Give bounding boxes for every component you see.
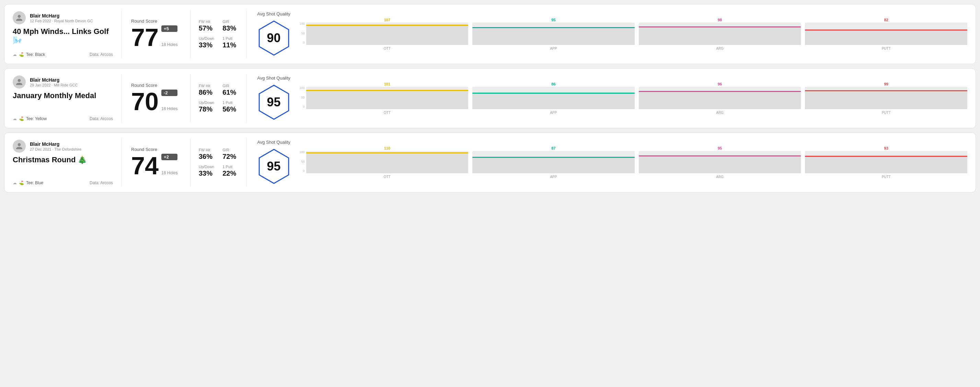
chart-col-ott: 107 OTT bbox=[306, 18, 469, 51]
score-badge: -2 bbox=[161, 90, 177, 96]
stat-fw-hit-value: 86% bbox=[199, 89, 214, 97]
tee-info: ☁ ⛳ Tee: Blue bbox=[13, 181, 43, 185]
chart-label-ott: OTT bbox=[384, 47, 391, 51]
score-number: 70 bbox=[131, 89, 159, 114]
score-label: Round Score bbox=[131, 19, 181, 24]
stat-updown: Up/Down 78% bbox=[199, 100, 214, 113]
stat-fw-hit: FW Hit 86% bbox=[199, 84, 214, 97]
chart-label-app: APP bbox=[550, 175, 557, 179]
chart-col-app: 95 APP bbox=[473, 18, 635, 51]
round-card: Blair McHarg 12 Feb 2022 · Royal North D… bbox=[4, 4, 976, 64]
round-card: Blair McHarg 27 Dec 2021 · The Oxfordshi… bbox=[4, 132, 976, 192]
player-header: Blair McHarg 27 Dec 2021 · The Oxfordshi… bbox=[13, 140, 113, 153]
quality-left: Avg Shot Quality 95 bbox=[255, 140, 293, 185]
stat-gir-label: GIR bbox=[223, 84, 238, 88]
player-name: Blair McHarg bbox=[30, 77, 78, 82]
hex-score: 95 bbox=[267, 159, 280, 174]
card-left: Blair McHarg 29 Jan 2022 · Mill Ride GCC… bbox=[5, 68, 121, 128]
stat-gir-value: 72% bbox=[223, 153, 238, 160]
player-name: Blair McHarg bbox=[30, 13, 93, 19]
tee-icon: ⛳ bbox=[19, 116, 24, 121]
card-stats: FW Hit 57% GIR 83% Up/Down 33% 1 Putt 11… bbox=[191, 5, 247, 64]
weather-icon: ☁ bbox=[13, 52, 17, 57]
chart-val-ott: 110 bbox=[384, 146, 390, 150]
stats-grid: FW Hit 86% GIR 61% Up/Down 78% 1 Putt 56… bbox=[199, 84, 238, 113]
chart-val-app: 95 bbox=[551, 18, 555, 22]
chart-label-arg: ARG bbox=[716, 175, 724, 179]
stat-putt1-label: 1 Putt bbox=[223, 36, 238, 40]
card-quality: Avg Shot Quality 95 100 50 0 101 bbox=[247, 68, 976, 128]
chart-val-putt: 93 bbox=[884, 146, 888, 150]
chart-area: 100 50 0 107 OTT 95 APP bbox=[300, 18, 968, 51]
player-header: Blair McHarg 29 Jan 2022 · Mill Ride GCC bbox=[13, 76, 113, 89]
stat-putt1-value: 56% bbox=[223, 105, 238, 113]
score-label: Round Score bbox=[131, 147, 181, 152]
chart-section: 100 50 0 101 OTT 86 APP bbox=[300, 82, 968, 114]
data-source: Data: Arccos bbox=[89, 116, 113, 121]
chart-val-arg: 96 bbox=[718, 82, 722, 86]
card-footer: ☁ ⛳ Tee: Black Data: Arccos bbox=[13, 52, 113, 57]
chart-col-ott: 110 OTT bbox=[306, 146, 469, 179]
avatar bbox=[13, 11, 26, 24]
tee-label: Tee: Blue bbox=[26, 181, 43, 185]
chart-label-putt: PUTT bbox=[882, 111, 891, 114]
player-header: Blair McHarg 12 Feb 2022 · Royal North D… bbox=[13, 11, 113, 24]
chart-section: 100 50 0 110 OTT 87 APP bbox=[300, 146, 968, 179]
score-row: 70 -2 18 Holes bbox=[131, 89, 181, 114]
quality-label: Avg Shot Quality bbox=[257, 11, 290, 16]
chart-label-ott: OTT bbox=[384, 111, 391, 114]
score-label: Round Score bbox=[131, 82, 181, 88]
round-title: 40 Mph Winds... Links Golf 🌬️ bbox=[13, 27, 113, 45]
holes-label: 18 Holes bbox=[161, 42, 177, 47]
stat-updown: Up/Down 33% bbox=[199, 165, 214, 178]
stat-fw-hit-label: FW Hit bbox=[199, 84, 214, 88]
stats-grid: FW Hit 57% GIR 83% Up/Down 33% 1 Putt 11… bbox=[199, 19, 238, 49]
score-row: 74 +2 18 Holes bbox=[131, 153, 181, 178]
player-date: 27 Dec 2021 · The Oxfordshire bbox=[30, 147, 81, 151]
chart-label-putt: PUTT bbox=[882, 175, 891, 179]
stat-fw-hit-value: 36% bbox=[199, 153, 214, 160]
weather-icon: ☁ bbox=[13, 116, 17, 121]
stat-putt1-value: 11% bbox=[223, 41, 238, 49]
card-quality: Avg Shot Quality 90 100 50 0 107 bbox=[247, 5, 976, 64]
tee-label: Tee: Yellow bbox=[26, 116, 47, 121]
chart-val-ott: 101 bbox=[384, 82, 390, 86]
score-number: 74 bbox=[131, 153, 159, 178]
stat-fw-hit-value: 57% bbox=[199, 24, 214, 32]
card-score: Round Score 74 +2 18 Holes bbox=[121, 133, 190, 192]
chart-col-putt: 82 PUTT bbox=[805, 18, 967, 51]
player-info: Blair McHarg 29 Jan 2022 · Mill Ride GCC bbox=[30, 77, 78, 87]
stat-fw-hit-label: FW Hit bbox=[199, 148, 214, 152]
chart-val-app: 87 bbox=[551, 146, 555, 150]
card-stats: FW Hit 86% GIR 61% Up/Down 78% 1 Putt 56… bbox=[191, 68, 247, 128]
score-badge: +2 bbox=[161, 154, 177, 160]
chart-label-arg: ARG bbox=[716, 111, 724, 114]
quality-label: Avg Shot Quality bbox=[257, 140, 290, 145]
avatar bbox=[13, 140, 26, 153]
stat-updown-value: 78% bbox=[199, 105, 214, 113]
chart-val-app: 86 bbox=[551, 82, 555, 86]
quality-left: Avg Shot Quality 95 bbox=[255, 76, 293, 121]
stat-putt1-label: 1 Putt bbox=[223, 100, 238, 105]
chart-label-app: APP bbox=[550, 111, 557, 114]
quality-label: Avg Shot Quality bbox=[257, 76, 290, 81]
player-date: 12 Feb 2022 · Royal North Devon GC bbox=[30, 19, 93, 23]
stat-gir: GIR 72% bbox=[223, 148, 238, 160]
tee-info: ☁ ⛳ Tee: Yellow bbox=[13, 116, 47, 121]
stat-gir-label: GIR bbox=[223, 19, 238, 24]
player-date: 29 Jan 2022 · Mill Ride GCC bbox=[30, 83, 78, 87]
chart-col-putt: 99 PUTT bbox=[805, 82, 967, 114]
chart-area: 100 50 0 101 OTT 86 APP bbox=[300, 82, 968, 114]
score-badge: +5 bbox=[161, 25, 177, 32]
stat-putt1: 1 Putt 56% bbox=[223, 100, 238, 113]
score-number: 77 bbox=[131, 25, 159, 50]
chart-val-arg: 98 bbox=[718, 18, 722, 22]
card-stats: FW Hit 36% GIR 72% Up/Down 33% 1 Putt 22… bbox=[191, 133, 247, 192]
card-footer: ☁ ⛳ Tee: Blue Data: Arccos bbox=[13, 181, 113, 185]
card-left: Blair McHarg 27 Dec 2021 · The Oxfordshi… bbox=[5, 133, 121, 192]
holes-label: 18 Holes bbox=[161, 106, 177, 111]
stat-gir: GIR 61% bbox=[223, 84, 238, 97]
stat-fw-hit-label: FW Hit bbox=[199, 19, 214, 24]
chart-col-arg: 96 ARG bbox=[639, 82, 801, 114]
chart-label-app: APP bbox=[550, 47, 557, 51]
